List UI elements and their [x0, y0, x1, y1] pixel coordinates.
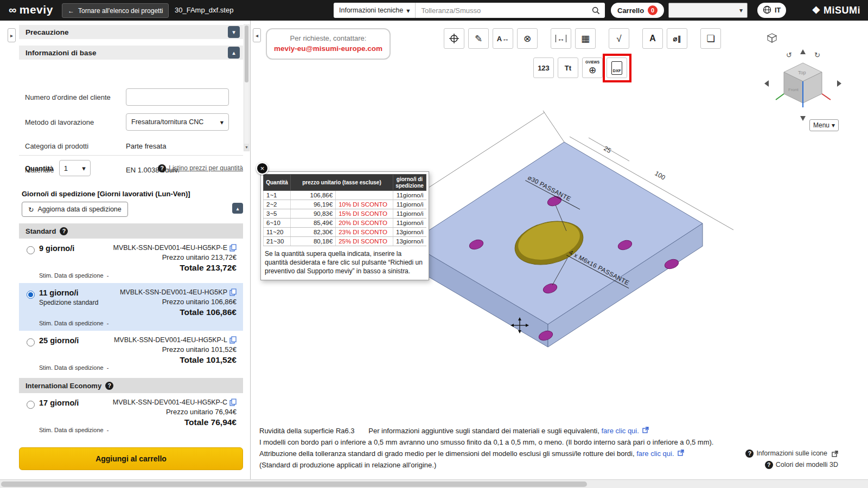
- question-icon: ?: [765, 461, 773, 469]
- text-style-button[interactable]: Tt: [558, 57, 578, 78]
- shipping-option-9-days[interactable]: 9 giorno/i Stim. Data di spedizione - MV…: [19, 239, 243, 283]
- delete-dimension-icon: ⊗: [524, 34, 531, 43]
- tolerance-link[interactable]: fare clic qui.: [636, 450, 674, 458]
- rotate-left-arrow[interactable]: [764, 80, 769, 87]
- language-button[interactable]: IT: [757, 3, 786, 18]
- shipping-option-25-days[interactable]: 25 giorno/i Stim. Data di spedizione - M…: [19, 331, 243, 375]
- text-size-icon: A↔: [497, 35, 509, 42]
- shipping-option-17-days[interactable]: 17 giorno/i Stim. Data di spedizione - M…: [19, 393, 243, 438]
- ship-date-value: -: [107, 320, 109, 326]
- search-icon[interactable]: [587, 7, 605, 15]
- mini-cube-icon[interactable]: [768, 34, 776, 42]
- search-category-dropdown[interactable]: Informazioni tecniche ▾: [334, 3, 416, 18]
- collapse-icon: ◂: [256, 33, 258, 38]
- discount-cell: 25% DI SCONTO: [336, 237, 393, 246]
- text-size-button[interactable]: A↔: [493, 28, 513, 49]
- shipping-group-international: International Economy ?: [19, 378, 243, 393]
- cube-top-label: Top: [798, 70, 806, 75]
- icons-info-link[interactable]: ? Informazioni sulle icone: [745, 448, 838, 459]
- update-shipping-label: Aggiorna data di spedizione: [37, 206, 121, 213]
- rotate-right-arrow2[interactable]: [837, 80, 841, 87]
- diameter-tolerance-button[interactable]: ⌀∥: [667, 28, 687, 49]
- rotate-up-arrow[interactable]: [800, 49, 806, 54]
- days-cell: 13giorno/i: [393, 237, 426, 246]
- close-popup-button[interactable]: ×: [256, 162, 269, 175]
- meviy-logo[interactable]: ∞ meviy: [9, 3, 53, 16]
- days-cell: 11giorno/i: [393, 209, 426, 219]
- y-axis: [776, 94, 784, 100]
- extrude-view-button[interactable]: ❏: [700, 28, 721, 49]
- cart-button[interactable]: Carrello 0: [611, 3, 664, 18]
- back-to-projects-button[interactable]: ← Tornare all'elenco dei progetti: [62, 3, 169, 18]
- rotate-left-icon[interactable]: ↺: [786, 51, 792, 59]
- update-shipping-date-button[interactable]: ↻ Aggiorna data di spedizione: [22, 202, 128, 217]
- days-cell: 11giorno/i: [393, 200, 426, 209]
- total-price: Totale 76,94€: [184, 418, 237, 427]
- horizontal-scrollbar-thumb[interactable]: [1, 481, 587, 487]
- delete-dimension-button[interactable]: ⊗: [517, 28, 538, 49]
- estimated-ship-date: Stim. Data di spedizione -: [39, 361, 108, 371]
- linear-dimension-button[interactable]: ↔: [551, 28, 571, 49]
- collapse-info-base-button[interactable]: ▴: [228, 47, 240, 59]
- sidebar-scrollbar-thumb[interactable]: [245, 25, 248, 82]
- radio-button[interactable]: [27, 338, 35, 346]
- copy-icon[interactable]: [229, 244, 237, 252]
- shipping-option-11-days[interactable]: 11 giorno/i Spedizione standard Stim. Da…: [19, 283, 243, 331]
- part-number-text: MVBLK-SSN-DEV001-4EU-HG5KP-L: [114, 336, 227, 344]
- collapse-panel-handle[interactable]: ◂: [253, 28, 261, 42]
- expand-panel-handle[interactable]: ▸: [8, 28, 16, 42]
- hole-table-button[interactable]: ▦: [575, 28, 596, 49]
- materials-link[interactable]: fare clic qui.: [601, 427, 639, 435]
- edit-dimension-button[interactable]: ✎: [468, 28, 489, 49]
- search-input[interactable]: [416, 7, 587, 15]
- surface-check-button[interactable]: √: [609, 28, 629, 49]
- total-price: Totale 213,72€: [180, 263, 237, 273]
- datum-target-button[interactable]: [444, 28, 464, 49]
- radio-button[interactable]: [27, 401, 35, 409]
- extrude-view-icon: ❏: [706, 34, 714, 43]
- rotate-right-icon[interactable]: ↻: [814, 51, 820, 59]
- ship-date-value: -: [107, 272, 109, 279]
- qty-cell: 3~5: [264, 209, 291, 219]
- chevron-up-icon: ▴: [232, 49, 235, 56]
- external-link-icon[interactable]: [642, 427, 649, 433]
- copy-icon[interactable]: [229, 288, 237, 296]
- copy-icon[interactable]: [229, 399, 237, 406]
- copy-icon[interactable]: [229, 336, 237, 344]
- gviews-button[interactable]: GVIEWS ⊕: [582, 57, 603, 78]
- chamfer-note: I modelli con bordo pari o inferiore a 0…: [259, 436, 758, 448]
- customer-order-number-input[interactable]: [126, 88, 229, 106]
- chevron-down-icon: ▾: [406, 7, 410, 15]
- part-number: MVBLK-SSN-DEV001-4EU-HG5KP: [120, 288, 237, 296]
- scrollbar-down-arrow[interactable]: ▾: [244, 144, 249, 151]
- contact-email-link[interactable]: meviy-eu@misumi-europe.com: [267, 44, 390, 53]
- precauzione-title: Precauzione: [25, 28, 69, 36]
- expand-precauzione-button[interactable]: ▾: [228, 26, 240, 38]
- dxf-export-button[interactable]: DXF: [607, 57, 627, 78]
- hole-table-icon: ▦: [581, 34, 590, 43]
- model-colors-link[interactable]: ? Colori dei modelli 3D: [745, 459, 838, 471]
- misumi-logo-text: MiSUMi: [824, 5, 860, 16]
- quantity-select[interactable]: 1 ▾: [59, 160, 91, 176]
- machining-method-select[interactable]: Fresatura/tornitura CNC ▾: [126, 113, 229, 131]
- question-icon: ?: [158, 164, 166, 172]
- radio-button[interactable]: [27, 246, 35, 254]
- svg-text:100: 100: [654, 169, 667, 181]
- radio-button-checked[interactable]: [27, 291, 35, 299]
- collapse-shipping-button[interactable]: ▴: [232, 203, 243, 214]
- meviy-logo-icon: ∞: [9, 4, 17, 16]
- external-link-icon[interactable]: [678, 450, 684, 456]
- view-cube-widget[interactable]: ↺ ↻ Top Front: [762, 26, 844, 123]
- quantity-price-list-link[interactable]: ? Listino prezzi per quantità: [158, 164, 243, 172]
- linear-dimension-icon: ↔: [556, 35, 566, 42]
- shipping-group-standard: Standard ?: [19, 223, 243, 239]
- shipping-days-label: 17 giorno/i: [39, 399, 108, 407]
- rotate-down-arrow[interactable]: [800, 116, 806, 121]
- shipping-days-label: 11 giorno/i: [39, 288, 108, 297]
- add-to-cart-button[interactable]: Aggiungi al carrello: [19, 447, 243, 470]
- dimension-numbers-button[interactable]: 123: [533, 57, 554, 78]
- text-annotation-button[interactable]: A: [642, 28, 663, 49]
- days-cell: 11giorno/i: [393, 219, 426, 228]
- project-dropdown[interactable]: ▾: [668, 3, 748, 18]
- part-number-text: MVBLK-SSN-DEV001-4EU-HG5KP: [120, 288, 227, 296]
